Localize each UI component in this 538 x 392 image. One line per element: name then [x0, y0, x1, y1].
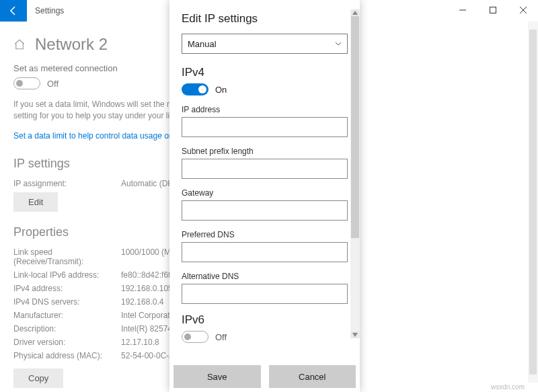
- metered-state: Off: [47, 79, 59, 89]
- property-key: Description:: [13, 324, 121, 334]
- minimize-icon: [459, 7, 466, 13]
- maximize-icon: [490, 7, 496, 13]
- property-key: Link speed (Receive/Transmit):: [13, 247, 121, 266]
- property-key: IPv4 DNS servers:: [13, 297, 121, 307]
- preferred-dns-input[interactable]: [182, 242, 348, 262]
- close-button[interactable]: [508, 0, 538, 20]
- minimize-button[interactable]: [447, 0, 477, 20]
- alternative-dns-label: Alternative DNS: [182, 272, 348, 281]
- gateway-input[interactable]: [182, 200, 348, 221]
- property-value: 192.168.0.4: [121, 297, 163, 307]
- property-value: fe80::8d42:f6f6: [121, 270, 175, 280]
- edit-button[interactable]: Edit: [13, 192, 58, 212]
- edit-ip-dialog: Edit IP settings Manual IPv4 On IP addre…: [169, 0, 360, 392]
- window-title: Settings: [27, 6, 64, 15]
- property-key: Driver version:: [13, 338, 121, 347]
- alternative-dns-input[interactable]: [182, 284, 348, 304]
- page-scrollbar[interactable]: [528, 22, 538, 383]
- property-key: IPv4 address:: [13, 284, 121, 293]
- subnet-input[interactable]: [182, 159, 348, 179]
- home-icon: [13, 38, 26, 50]
- ipv4-heading: IPv4: [182, 66, 348, 79]
- ip-mode-select[interactable]: Manual: [182, 34, 348, 54]
- save-button[interactable]: Save: [174, 365, 261, 388]
- maximize-button[interactable]: [477, 0, 508, 20]
- dialog-title: Edit IP settings: [182, 12, 348, 26]
- copy-button[interactable]: Copy: [13, 368, 63, 388]
- scroll-up-icon[interactable]: [351, 9, 359, 16]
- ip-assignment-label: IP assignment:: [13, 179, 121, 188]
- property-key: Manufacturer:: [13, 311, 121, 320]
- preferred-dns-label: Preferred DNS: [182, 230, 348, 239]
- watermark: wsxdn.com: [491, 383, 525, 391]
- ip-address-input[interactable]: [182, 117, 348, 137]
- scroll-down-icon[interactable]: [351, 331, 359, 338]
- ip-mode-value: Manual: [188, 39, 217, 49]
- property-value: 192.168.0.105: [121, 284, 173, 293]
- property-value: 52-54-00-0C-A: [121, 351, 174, 360]
- metered-toggle[interactable]: [13, 77, 40, 89]
- cancel-button[interactable]: Cancel: [269, 365, 356, 388]
- chevron-down-icon: [335, 40, 342, 47]
- dialog-scrollbar-thumb[interactable]: [351, 16, 359, 238]
- close-icon: [520, 7, 527, 13]
- property-value: 12.17.10.8: [121, 338, 159, 347]
- property-key: Physical address (MAC):: [13, 351, 121, 360]
- ip-address-label: IP address: [182, 105, 348, 114]
- ipv6-state: Off: [215, 332, 227, 342]
- subnet-label: Subnet prefix length: [182, 147, 348, 156]
- dialog-scrollbar[interactable]: [350, 9, 360, 338]
- property-key: Link-local IPv6 address:: [13, 270, 121, 280]
- page-title: Network 2: [35, 35, 108, 54]
- back-button[interactable]: [0, 0, 27, 22]
- ipv4-state: On: [215, 85, 227, 95]
- ipv4-toggle[interactable]: [182, 83, 208, 95]
- ipv6-toggle[interactable]: [182, 331, 208, 343]
- ipv6-heading: IPv6: [182, 313, 348, 327]
- arrow-left-icon: [8, 5, 19, 16]
- gateway-label: Gateway: [182, 188, 348, 198]
- scrollbar-thumb[interactable]: [529, 30, 537, 375]
- svg-rect-1: [490, 7, 496, 13]
